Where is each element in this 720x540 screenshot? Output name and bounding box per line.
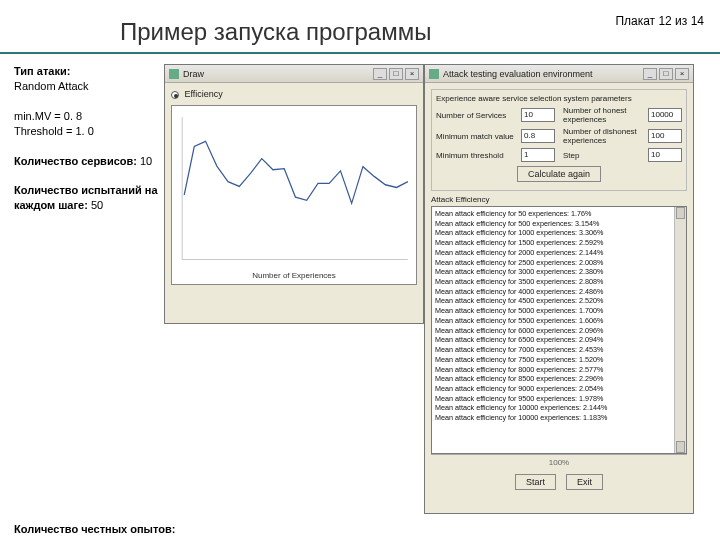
step-field-label: Step [563, 151, 648, 160]
services-input[interactable]: 10 [521, 108, 555, 122]
log-line: Mean attack efficiency for 500 experienc… [435, 219, 672, 229]
close-icon[interactable]: × [405, 68, 419, 80]
maximize-icon[interactable]: □ [389, 68, 403, 80]
log-line: Mean attack efficiency for 7000 experien… [435, 345, 672, 355]
close-icon[interactable]: × [675, 68, 689, 80]
exit-button[interactable]: Exit [566, 474, 603, 490]
log-line: Mean attack efficiency for 8500 experien… [435, 374, 672, 384]
log-line: Mean attack efficiency for 8000 experien… [435, 365, 672, 375]
status-bar: 100% [431, 454, 687, 470]
app-icon [169, 69, 179, 79]
draw-titlebar[interactable]: Draw _ □ × [165, 65, 423, 83]
maximize-icon[interactable]: □ [659, 68, 673, 80]
efficiency-radio[interactable] [171, 91, 179, 99]
log-line: Mean attack efficiency for 2000 experien… [435, 248, 672, 258]
dishonest-input[interactable]: 100 [648, 129, 682, 143]
efficiency-section-title: Attack Efficiency [431, 195, 687, 204]
honest-input[interactable]: 10000 [648, 108, 682, 122]
calculate-button[interactable]: Calculate again [517, 166, 601, 182]
log-line: Mean attack efficiency for 4500 experien… [435, 296, 672, 306]
attack-type-label: Тип атаки: [14, 65, 70, 77]
log-line: Mean attack efficiency for 9000 experien… [435, 384, 672, 394]
trials-label: Количество испытаний на каждом шаге: [14, 184, 158, 211]
params-section-title: Experience aware service selection syste… [436, 94, 682, 103]
threshold-text: Threshold = 1. 0 [14, 125, 94, 137]
minmv-field-label: Minimum match value [436, 132, 521, 141]
log-line: Mean attack efficiency for 6000 experien… [435, 326, 672, 336]
step-input[interactable]: 10 [648, 148, 682, 162]
minmv-text: min.MV = 0. 8 [14, 110, 82, 122]
start-button[interactable]: Start [515, 474, 556, 490]
log-line: Mean attack efficiency for 3000 experien… [435, 267, 672, 277]
services-field-label: Number of Services [436, 111, 521, 120]
env-title: Attack testing evaluation environment [443, 69, 641, 79]
draw-window: Draw _ □ × Efficiency Number of Experien… [164, 64, 424, 324]
minimize-icon[interactable]: _ [643, 68, 657, 80]
log-panel: Mean attack efficiency for 50 experience… [431, 206, 687, 454]
honest-field-label: Number of honest experiences [563, 106, 648, 124]
page-title: Пример запуска программы [120, 18, 431, 46]
services-value: 10 [137, 155, 152, 167]
log-line: Mean attack efficiency for 7500 experien… [435, 355, 672, 365]
minimize-icon[interactable]: _ [373, 68, 387, 80]
env-window: Attack testing evaluation environment _ … [424, 64, 694, 514]
trials-value: 50 [88, 199, 103, 211]
honest-exp-label: Количество честных опытов: [14, 523, 175, 535]
efficiency-chart: Number of Experiences [171, 105, 417, 285]
log-line: Mean attack efficiency for 10000 experie… [435, 413, 672, 423]
attack-type-value: Random Attack [14, 80, 89, 92]
threshold-input[interactable]: 1 [521, 148, 555, 162]
log-line: Mean attack efficiency for 1000 experien… [435, 228, 672, 238]
chart-xlabel: Number of Experiences [172, 271, 416, 280]
services-label: Количество сервисов: [14, 155, 137, 167]
env-titlebar[interactable]: Attack testing evaluation environment _ … [425, 65, 693, 83]
threshold-field-label: Minimum threshold [436, 151, 521, 160]
dishonest-field-label: Number of dishonest experiences [563, 127, 648, 145]
log-line: Mean attack efficiency for 2500 experien… [435, 258, 672, 268]
log-line: Mean attack efficiency for 4000 experien… [435, 287, 672, 297]
log-line: Mean attack efficiency for 1500 experien… [435, 238, 672, 248]
log-line: Mean attack efficiency for 5000 experien… [435, 306, 672, 316]
app-icon [429, 69, 439, 79]
log-line: Mean attack efficiency for 10000 experie… [435, 403, 672, 413]
minmv-input[interactable]: 0.8 [521, 129, 555, 143]
efficiency-radio-label: Efficiency [185, 89, 223, 99]
log-line: Mean attack efficiency for 5500 experien… [435, 316, 672, 326]
poster-counter: Плакат 12 из 14 [615, 14, 704, 28]
draw-title: Draw [183, 69, 371, 79]
log-line: Mean attack efficiency for 3500 experien… [435, 277, 672, 287]
params-sidebar: Тип атаки:Random Attack min.MV = 0. 8Thr… [14, 64, 164, 514]
log-line: Mean attack efficiency for 6500 experien… [435, 335, 672, 345]
log-line: Mean attack efficiency for 50 experience… [435, 209, 672, 219]
log-line: Mean attack efficiency for 9500 experien… [435, 394, 672, 404]
scrollbar[interactable] [674, 207, 686, 453]
